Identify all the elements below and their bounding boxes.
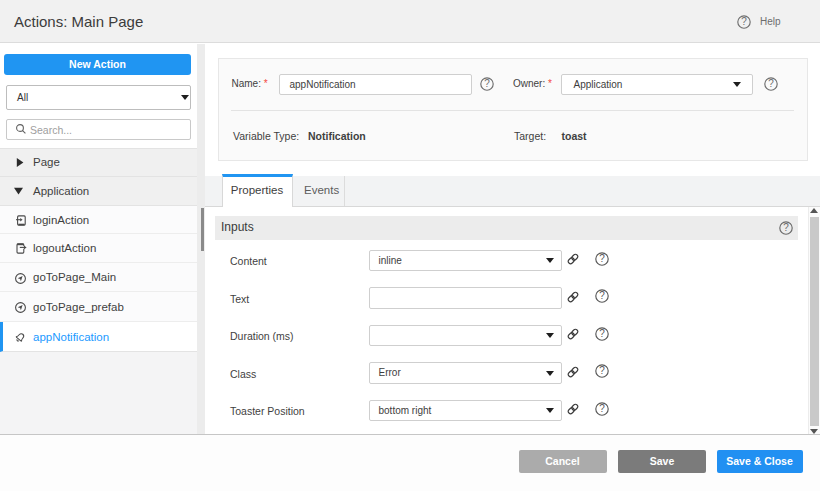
svg-text:?: ?: [599, 328, 605, 339]
svg-text:?: ?: [741, 16, 747, 27]
svg-text:?: ?: [484, 78, 490, 89]
svg-text:?: ?: [599, 403, 605, 414]
svg-text:?: ?: [599, 253, 605, 264]
svg-text:?: ?: [599, 290, 605, 301]
svg-text:?: ?: [783, 222, 789, 233]
svg-text:?: ?: [599, 365, 605, 376]
svg-text:?: ?: [768, 78, 774, 89]
